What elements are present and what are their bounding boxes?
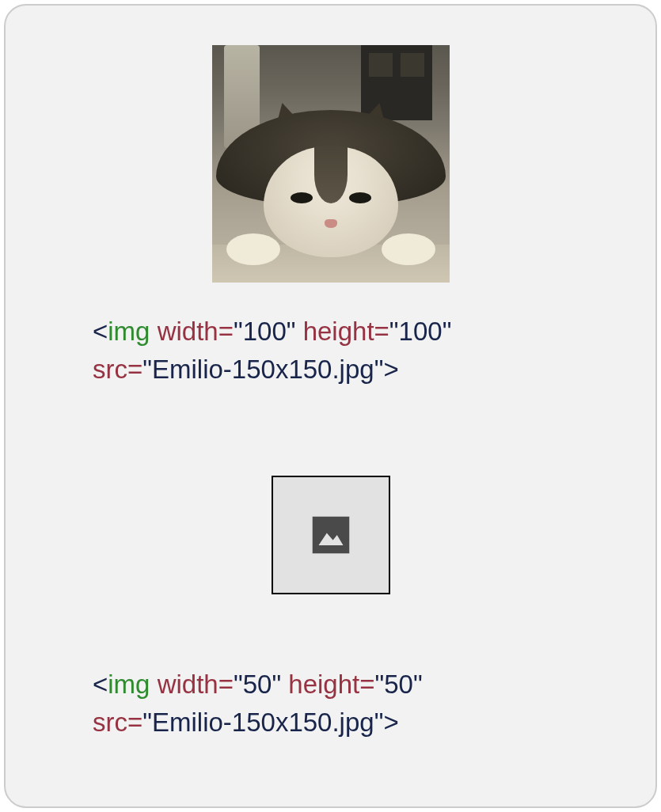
code-token: height bbox=[303, 317, 374, 346]
code-token: = bbox=[218, 317, 234, 346]
code-snippet-1: <img width="100" height="100"src="Emilio… bbox=[53, 313, 608, 389]
code-token: = bbox=[359, 670, 374, 699]
code-token: img bbox=[108, 317, 150, 346]
cat-photo bbox=[212, 45, 450, 283]
code-token bbox=[150, 317, 157, 346]
code-token: " bbox=[443, 317, 452, 346]
code-token: Emilio-150x150.jpg bbox=[152, 708, 374, 737]
code-token: " bbox=[287, 317, 296, 346]
svg-rect-0 bbox=[312, 516, 349, 553]
code-token: src bbox=[93, 355, 127, 384]
code-token: src bbox=[93, 708, 127, 737]
code-token: width bbox=[158, 317, 218, 346]
code-token: 100 bbox=[243, 317, 287, 346]
code-token: " bbox=[142, 708, 152, 737]
code-token: 50 bbox=[243, 670, 272, 699]
code-token: = bbox=[218, 670, 234, 699]
code-token: 100 bbox=[399, 317, 443, 346]
image-placeholder-icon bbox=[306, 510, 355, 560]
code-token: Emilio-150x150.jpg bbox=[152, 355, 374, 384]
code-token: " bbox=[389, 317, 399, 346]
code-token: < bbox=[93, 670, 108, 699]
code-token: > bbox=[383, 355, 398, 384]
code-token: " bbox=[375, 670, 385, 699]
code-token: " bbox=[234, 317, 243, 346]
code-token bbox=[295, 317, 302, 346]
code-token bbox=[281, 670, 288, 699]
code-token: = bbox=[374, 317, 389, 346]
code-token: height bbox=[288, 670, 359, 699]
code-token: = bbox=[127, 355, 142, 384]
code-token: 50 bbox=[384, 670, 413, 699]
code-token: " bbox=[234, 670, 243, 699]
code-token bbox=[150, 670, 157, 699]
broken-image-placeholder bbox=[272, 476, 390, 594]
code-token: " bbox=[272, 670, 281, 699]
code-token: " bbox=[142, 355, 152, 384]
code-token: " bbox=[374, 355, 384, 384]
code-token: img bbox=[108, 670, 150, 699]
code-snippet-2: <img width="50" height="50"src="Emilio-1… bbox=[53, 666, 608, 742]
code-token: " bbox=[413, 670, 423, 699]
code-token: > bbox=[383, 708, 398, 737]
example-card: <img width="100" height="100"src="Emilio… bbox=[4, 4, 657, 808]
code-token: width bbox=[158, 670, 218, 699]
code-token: = bbox=[127, 708, 142, 737]
code-token: < bbox=[93, 317, 108, 346]
code-token: " bbox=[374, 708, 384, 737]
